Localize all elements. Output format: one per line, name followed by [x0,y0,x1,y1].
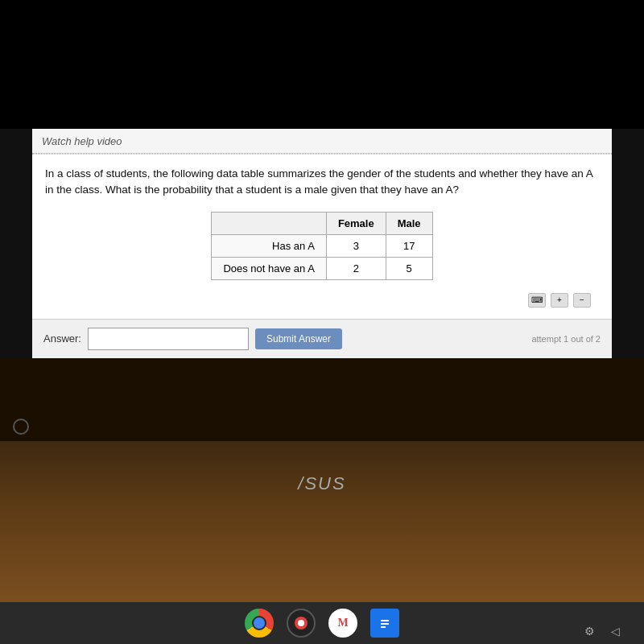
bottom-right-icons: ⚙ ◁ [584,625,620,638]
answer-input[interactable] [88,328,249,350]
keyboard-icon[interactable]: ⌨ [528,293,546,308]
table-row: Does not have an A 2 5 [212,257,432,279]
data-table: Female Male Has an A 3 17 Does not [211,212,432,280]
icon-row: ⌨ + − [45,290,599,311]
answer-area: Answer: Submit Answer attempt 1 out of 2 [32,319,612,358]
taskbar-chrome-icon[interactable] [245,609,274,638]
svg-rect-3 [381,620,389,621]
watch-help-link[interactable]: Watch help video [42,135,122,147]
table-header-female: Female [326,212,386,234]
table-header-male: Male [386,212,432,234]
screen-container: Watch help video In a class of students,… [0,0,644,644]
settings-icon[interactable]: ⚙ [584,625,595,638]
cell-has-a-male: 17 [386,234,432,257]
volume-icon: ◁ [611,625,620,638]
svg-point-1 [298,620,304,626]
attempt-text: attempt 1 out of 2 [531,334,601,344]
top-bezel [0,0,644,129]
cell-has-a-female: 3 [326,234,386,257]
minus-icon[interactable]: − [573,293,591,308]
svg-rect-5 [381,626,386,628]
table-header-empty [212,212,326,234]
row-label-has-a: Has an A [212,234,326,257]
cell-no-a-male: 5 [386,257,432,279]
taskbar-record-icon[interactable] [287,609,316,638]
cell-no-a-female: 2 [326,257,386,279]
watch-help-bar: Watch help video [32,129,612,154]
question-text: In a class of students, the following da… [45,166,599,199]
table-row: Has an A 3 17 [212,234,432,257]
browser-window: Watch help video In a class of students,… [32,129,612,358]
keyboard-area: /SUS [0,441,644,602]
question-area: In a class of students, the following da… [32,155,612,319]
taskbar-gmail-icon[interactable]: M [328,609,357,638]
taskbar-files-icon[interactable] [370,609,399,638]
plus-icon[interactable]: + [551,293,568,308]
answer-label: Answer: [43,332,81,345]
submit-button[interactable]: Submit Answer [255,328,342,349]
svg-rect-4 [381,623,389,625]
data-table-wrapper: Female Male Has an A 3 17 Does not [45,212,599,280]
row-label-no-a: Does not have an A [212,257,326,279]
taskbar: M [0,602,644,644]
laptop-brand: /SUS [298,473,345,494]
circle-indicator [13,419,29,435]
